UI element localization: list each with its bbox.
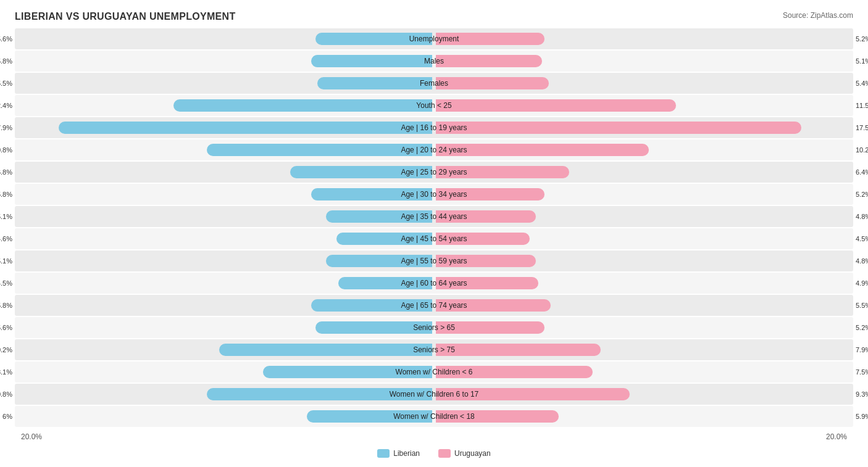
bar-value-left: 5.6% — [0, 324, 12, 331]
bar-right — [436, 99, 676, 112]
bar-value-left: 5.8% — [0, 57, 12, 65]
row-label: Women w/ Children < 6 — [396, 368, 473, 376]
left-bar-container: 17.9% — [15, 117, 434, 138]
bar-value-right: 4.8% — [856, 213, 868, 220]
bar-value-right: 4.8% — [856, 257, 868, 265]
right-bar-container: 10.2% — [434, 139, 853, 160]
chart-row: 6% Women w/ Children < 18 5.9% — [15, 406, 853, 427]
right-bar-container: 6.4% — [434, 162, 853, 183]
axis-left: 20.0% — [15, 432, 434, 441]
left-bar-container: 12.4% — [15, 95, 434, 116]
bar-right — [436, 55, 542, 67]
bar-value-right: 17.5% — [856, 124, 868, 131]
left-bar-container: 6% — [15, 406, 434, 427]
row-label: Age | 55 to 59 years — [401, 257, 467, 265]
bar-value-right: 5.1% — [856, 57, 868, 65]
left-bar-container: 8.1% — [15, 362, 434, 382]
right-bar-container: 7.5% — [434, 362, 853, 382]
right-bar-container: 5.1% — [434, 51, 853, 72]
legend-uruguayan-label: Uruguayan — [454, 449, 491, 458]
source-label: Source: ZipAtlas.com — [783, 11, 853, 20]
bar-value-left: 12.4% — [0, 102, 12, 109]
chart-row: 5.5% Females 5.4% — [15, 73, 853, 94]
bar-value-right: 4.5% — [856, 235, 868, 242]
right-bar-container: 4.8% — [434, 250, 853, 271]
chart-title: LIBERIAN VS URUGUAYAN UNEMPLOYMENT — [15, 11, 853, 22]
left-bar-container: 10.8% — [15, 384, 434, 405]
bar-value-left: 17.9% — [0, 124, 12, 131]
chart-row: 5.6% Unemployment 5.2% — [15, 28, 853, 49]
right-bar-container: 11.5% — [434, 95, 853, 116]
bar-value-left: 6% — [2, 413, 12, 420]
row-label: Age | 45 to 54 years — [401, 234, 467, 243]
bar-value-left: 5.1% — [0, 257, 12, 265]
bar-left — [219, 344, 432, 356]
bar-value-left: 10.2% — [0, 346, 12, 353]
left-bar-container: 5.1% — [15, 250, 434, 271]
left-bar-container: 5.8% — [15, 295, 434, 316]
chart-row: 5.8% Age | 30 to 34 years 5.2% — [15, 184, 853, 205]
chart-row: 5.1% Age | 35 to 44 years 4.8% — [15, 206, 853, 227]
bar-value-left: 5.6% — [0, 35, 12, 43]
left-bar-container: 10.2% — [15, 339, 434, 360]
chart-row: 17.9% Age | 16 to 19 years 17.5% — [15, 117, 853, 138]
bar-value-left: 10.8% — [0, 146, 12, 154]
bar-value-left: 5.1% — [0, 213, 12, 220]
bar-value-left: 6.8% — [0, 168, 12, 176]
legend-liberian-color — [377, 449, 390, 458]
bar-value-right: 5.9% — [856, 413, 868, 420]
right-bar-container: 5.2% — [434, 184, 853, 205]
bar-value-right: 9.3% — [856, 391, 868, 398]
legend-uruguayan: Uruguayan — [438, 449, 491, 458]
right-bar-container: 5.4% — [434, 73, 853, 94]
bar-value-right: 7.5% — [856, 368, 868, 376]
bar-value-right: 5.2% — [856, 35, 868, 43]
chart-row: 5.8% Males 5.1% — [15, 51, 853, 72]
bar-value-right: 7.9% — [856, 346, 868, 353]
left-bar-container: 5.8% — [15, 184, 434, 205]
row-label: Age | 65 to 74 years — [401, 301, 467, 310]
bar-right — [436, 77, 549, 89]
chart-row: 4.6% Age | 45 to 54 years 4.5% — [15, 228, 853, 249]
row-label: Age | 25 to 29 years — [401, 168, 467, 176]
right-bar-container: 4.5% — [434, 228, 853, 249]
bar-value-left: 5.8% — [0, 302, 12, 309]
right-bar-container: 9.3% — [434, 384, 853, 405]
bar-value-left: 10.8% — [0, 391, 12, 398]
right-bar-container: 5.2% — [434, 317, 853, 338]
left-bar-container: 5.6% — [15, 317, 434, 338]
left-bar-container: 5.5% — [15, 73, 434, 94]
right-bar-container: 7.9% — [434, 339, 853, 360]
bar-value-right: 4.9% — [856, 279, 868, 287]
chart-row: 10.8% Age | 20 to 24 years 10.2% — [15, 139, 853, 160]
row-label: Age | 16 to 19 years — [401, 123, 467, 132]
left-bar-container: 6.8% — [15, 162, 434, 183]
right-bar-container: 5.2% — [434, 28, 853, 49]
chart-row: 4.5% Age | 60 to 64 years 4.9% — [15, 273, 853, 294]
right-bar-container: 17.5% — [434, 117, 853, 138]
left-bar-container: 10.8% — [15, 139, 434, 160]
legend-liberian: Liberian — [377, 449, 420, 458]
bar-value-left: 5.8% — [0, 191, 12, 198]
chart-row: 5.8% Age | 65 to 74 years 5.5% — [15, 295, 853, 316]
chart-row: 10.8% Women w/ Children 6 to 17 9.3% — [15, 384, 853, 405]
legend-uruguayan-color — [438, 449, 451, 458]
row-label: Women w/ Children < 18 — [393, 412, 475, 421]
bar-value-left: 8.1% — [0, 368, 12, 376]
left-bar-container: 4.5% — [15, 273, 434, 294]
row-label: Males — [424, 57, 444, 65]
axis-right: 20.0% — [434, 432, 853, 441]
bar-value-right: 6.4% — [856, 168, 868, 176]
row-label: Youth < 25 — [416, 101, 451, 110]
chart-row: 12.4% Youth < 25 11.5% — [15, 95, 853, 116]
bar-left — [59, 122, 432, 134]
axis-right-label: 20.0% — [826, 432, 847, 441]
chart-row: 5.1% Age | 55 to 59 years 4.8% — [15, 250, 853, 271]
bar-left — [173, 99, 432, 112]
left-bar-container: 5.6% — [15, 28, 434, 49]
row-label: Females — [420, 79, 448, 88]
right-bar-container: 5.9% — [434, 406, 853, 427]
left-bar-container: 4.6% — [15, 228, 434, 249]
bar-left — [207, 144, 432, 156]
row-label: Women w/ Children 6 to 17 — [390, 390, 479, 399]
